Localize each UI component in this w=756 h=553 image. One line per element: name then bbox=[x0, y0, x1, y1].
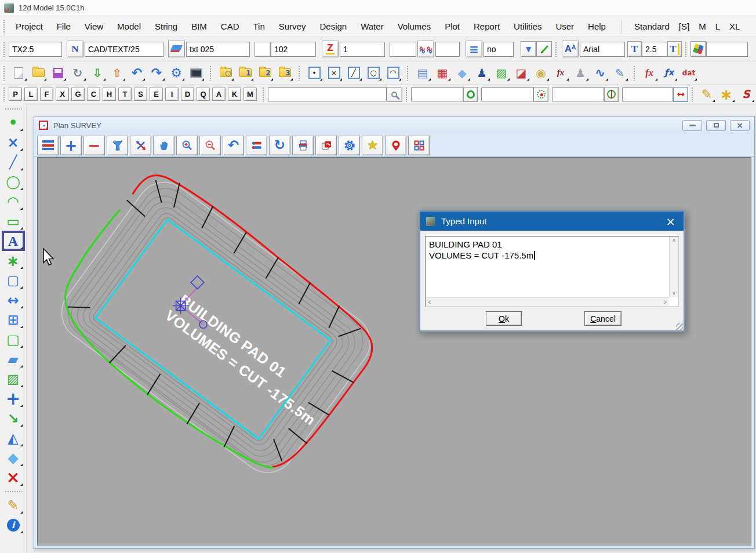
menu-item[interactable]: User bbox=[548, 21, 581, 31]
toolbar-icon-button[interactable]: ✎ bbox=[699, 86, 715, 103]
layers-button[interactable] bbox=[168, 41, 185, 57]
snap-toggle-button[interactable]: T bbox=[118, 88, 132, 101]
toolbar-icon-button[interactable]: ∿ bbox=[592, 65, 608, 81]
fit-view-button[interactable] bbox=[130, 136, 151, 155]
scroll-left-icon[interactable]: < bbox=[428, 299, 431, 305]
menu-item[interactable]: Volumes bbox=[391, 21, 438, 31]
toolbar-icon-button[interactable]: ↶ bbox=[129, 65, 145, 81]
linestyle-button[interactable]: ∿∿ bbox=[417, 41, 434, 57]
font-input[interactable] bbox=[580, 42, 625, 57]
toolbar-grip[interactable] bbox=[209, 66, 212, 81]
target-select-button[interactable] bbox=[463, 87, 478, 102]
diamond-marker[interactable] bbox=[191, 276, 204, 289]
left-tool-button[interactable]: ▰ bbox=[2, 350, 24, 369]
z-height-button[interactable]: Z bbox=[322, 41, 339, 57]
add-model-button[interactable]: + bbox=[60, 136, 82, 155]
toolbar-icon-button[interactable]: ▨ bbox=[493, 65, 510, 81]
toolbar-icon-button[interactable]: ▤ bbox=[415, 65, 431, 81]
toolbar-grip[interactable] bbox=[298, 66, 301, 81]
minimize-button[interactable] bbox=[682, 120, 702, 131]
dialog-titlebar[interactable]: Typed Input × bbox=[420, 212, 684, 231]
menu-item[interactable]: Survey bbox=[272, 21, 313, 31]
toolbar-grip[interactable] bbox=[3, 87, 6, 102]
left-tool-button[interactable]: • bbox=[2, 113, 24, 132]
snap-toggle-button[interactable]: K bbox=[228, 88, 241, 101]
menu-item[interactable]: CAD bbox=[214, 21, 246, 31]
menu-item[interactable]: BIM bbox=[184, 21, 214, 31]
search-button[interactable] bbox=[387, 87, 402, 102]
toolbar-icon-button[interactable]: ○ bbox=[365, 65, 381, 81]
toolbar-icon-button[interactable] bbox=[10, 65, 27, 81]
menu-item[interactable]: File bbox=[50, 21, 78, 31]
toolbar-icon-button[interactable]: ✎ bbox=[612, 65, 628, 81]
menu-item[interactable]: Help bbox=[581, 21, 613, 31]
snap-toggle-button[interactable]: M bbox=[243, 88, 257, 101]
remove-model-button[interactable]: − bbox=[83, 136, 105, 155]
toolbar-icon-button[interactable]: ƒx bbox=[661, 65, 677, 81]
snap-toggle-button[interactable]: H bbox=[103, 88, 116, 101]
toolbar-icon-button[interactable]: fx bbox=[641, 65, 657, 81]
snap-toggle-button[interactable]: F bbox=[40, 88, 53, 101]
locate-button[interactable] bbox=[385, 136, 406, 155]
toolbar-icon-button[interactable]: ╱ bbox=[346, 65, 362, 81]
toolbar-icon-button[interactable]: ▦ bbox=[434, 65, 450, 81]
width-input[interactable] bbox=[622, 88, 673, 101]
toolbar-icon-button[interactable]: • bbox=[306, 65, 322, 81]
snap-toggle-button[interactable]: S bbox=[134, 88, 147, 101]
textstyle-name-input[interactable] bbox=[186, 42, 250, 57]
left-tool-button[interactable]: ▢ bbox=[2, 271, 24, 290]
left-tool-button[interactable]: ✎ bbox=[2, 496, 24, 515]
toolbar-grip[interactable] bbox=[3, 19, 6, 34]
toolbar-icon-button[interactable]: ↻ bbox=[70, 65, 86, 81]
font-button[interactable]: AA bbox=[562, 41, 579, 57]
views-grid-button[interactable] bbox=[408, 136, 430, 155]
menu-item[interactable]: L bbox=[711, 21, 725, 31]
snap-toggle-button[interactable]: Q bbox=[197, 88, 210, 101]
menu-item[interactable]: Report bbox=[467, 21, 507, 31]
copy-view-button[interactable] bbox=[315, 136, 337, 155]
weight-aux-input[interactable] bbox=[435, 42, 460, 57]
toolbar-grip[interactable] bbox=[406, 66, 409, 81]
snap-toggle-button[interactable]: C bbox=[87, 88, 100, 101]
zoom-out-button[interactable] bbox=[199, 136, 221, 155]
toolbar-icon-button[interactable]: ⇧ bbox=[109, 65, 125, 81]
toolbar-icon-button[interactable]: 3 bbox=[277, 65, 293, 81]
toolbar-icon-button[interactable]: ⇩ bbox=[89, 65, 106, 81]
name-button[interactable]: N bbox=[67, 41, 83, 57]
plan-window-titlebar[interactable]: Plan SURVEY × bbox=[34, 117, 754, 134]
snap-toggle-button[interactable]: A bbox=[212, 88, 226, 101]
snap-toggle-button[interactable]: P bbox=[9, 88, 22, 101]
menu-item[interactable]: Standard bbox=[630, 21, 674, 31]
toolbar-grip[interactable] bbox=[3, 66, 6, 81]
left-tool-button[interactable]: ◆ bbox=[2, 448, 24, 467]
ok-button[interactable]: Ok bbox=[486, 311, 522, 326]
menu-item[interactable]: Utilities bbox=[507, 21, 548, 31]
cone-select-button[interactable] bbox=[107, 136, 128, 155]
height-input[interactable] bbox=[340, 42, 385, 57]
toolbar-icon-button[interactable]: ⚙ bbox=[168, 65, 184, 81]
symbology-input[interactable] bbox=[706, 42, 748, 57]
left-tool-button[interactable]: × bbox=[2, 468, 24, 487]
snap-toggle-button[interactable]: E bbox=[150, 88, 163, 101]
horizontal-scrollbar[interactable]: <> bbox=[426, 297, 669, 306]
left-tool-button[interactable]: i bbox=[2, 515, 24, 534]
zoom-in-button[interactable] bbox=[176, 136, 198, 155]
left-tool-button[interactable]: A bbox=[2, 231, 24, 250]
left-tool-button[interactable]: ◯ bbox=[2, 172, 24, 191]
undo-view-button[interactable]: ↶ bbox=[223, 136, 244, 155]
text-height-button[interactable]: T bbox=[667, 41, 682, 57]
view-settings-button[interactable] bbox=[339, 136, 360, 155]
weight-button[interactable]: ≡ bbox=[466, 41, 482, 57]
menu-item[interactable]: Water bbox=[354, 21, 390, 31]
favorites-button[interactable]: ★ bbox=[362, 136, 383, 155]
scroll-up-icon[interactable]: ∧ bbox=[672, 238, 676, 243]
diameter-input[interactable] bbox=[552, 88, 604, 101]
menu-item[interactable]: Tin bbox=[246, 21, 272, 31]
toolbar-icon-button[interactable] bbox=[30, 65, 46, 81]
toolbar-grip[interactable] bbox=[5, 108, 22, 111]
text-size-input[interactable] bbox=[642, 42, 667, 57]
print-button[interactable] bbox=[292, 136, 314, 155]
linestyle-input[interactable] bbox=[390, 42, 416, 57]
left-tool-button[interactable]: ▨ bbox=[2, 369, 24, 388]
toolbar-icon-button[interactable]: ◪ bbox=[513, 65, 529, 81]
